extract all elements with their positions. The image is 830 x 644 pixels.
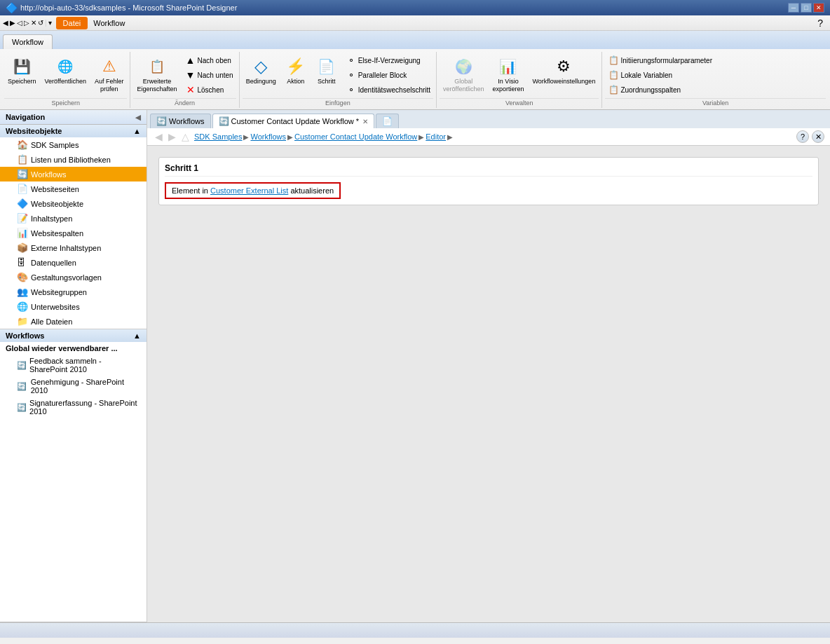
genehmigung-label: Genehmigung - SharePoint 2010 [31,378,141,395]
doc-tab-workflow-editor[interactable]: 🔄 Customer Contact Update Workflow * ✕ [212,114,375,128]
nav-feedback[interactable]: 🔄 Feedback sammeln - SharePoint 2010 [0,355,147,376]
doc-tab-unnamed[interactable]: 📄 [376,114,399,128]
websiteobjekte-header[interactable]: Websiteobjekte ▲ [0,125,147,137]
veroffentlichen-label: Veröffentlichen [45,78,86,85]
initialisierung-btn[interactable]: 📋 Initiierungsformularparameter [605,53,715,67]
identitat-label: Identitätswechselschritt [358,86,430,94]
nav-websitegruppen[interactable]: 👥 Websitegruppen [0,285,147,299]
aktion-btn[interactable]: ⚡ Aktion [281,53,311,88]
veroffentlichen-btn[interactable]: 🌐 Veröffentlichen [41,53,90,88]
breadcrumb-editor[interactable]: Editor [426,132,446,141]
nach-unten-icon: ▼ [185,69,196,81]
aktion-icon: ⚡ [285,55,307,78]
breadcrumb-up-btn: △ [179,130,191,143]
fehler-btn[interactable]: ⚠ Auf Fehlerprüfen [91,53,128,95]
lokale-btn[interactable]: 📋 Lokale Variablen [605,68,715,82]
initialisierung-icon: 📋 [608,55,619,66]
websitespalten-icon: 📊 [17,228,28,238]
nach-unten-btn[interactable]: ▼ Nach unten [182,68,236,82]
nav-alle-dateien[interactable]: 📁 Alle Dateien [0,314,147,329]
ribbon-content: 💾 Speichern 🌐 Veröffentlichen ⚠ Auf Fehl… [0,49,830,109]
breadcrumb-close-btn[interactable]: ✕ [812,130,824,143]
identitat-btn[interactable]: ⚬ Identitätswechselschritt [343,83,433,97]
websiteobjekte-label: Websiteobjekte [6,127,62,135]
workflows-tab-icon: 🔄 [156,116,167,126]
workflows-nav-header[interactable]: Workflows ▲ [0,329,147,342]
minimize-btn[interactable]: ─ [788,3,799,13]
workfloweinstellungen-btn[interactable]: ⚙ Workfloweinstellungen [529,53,599,88]
sdk-samples-label: SDK Samples [31,141,79,149]
bedingung-btn[interactable]: ◇ Bedingung [243,53,280,88]
step-action-text: Element in [172,186,208,195]
zuordnung-btn[interactable]: 📋 Zuordnungsspalten [605,83,715,97]
title-text: http://obpi-auto-33/sdksamples - Microso… [20,4,237,12]
breadcrumb-forward-btn: ▶ [166,130,178,143]
breadcrumb-workflow-name[interactable]: Customer Contact Update Workflow [294,132,417,141]
content-area: 🔄 Workflows 🔄 Customer Contact Update Wo… [147,110,830,622]
nav-sdk-samples[interactable]: 🏠 SDK Samples [0,137,147,152]
lokale-icon: 📋 [608,69,619,81]
breadcrumb-help-btn[interactable]: ? [796,130,809,143]
workflows-nav-collapse: ▲ [133,331,141,340]
help-btn[interactable]: ? [813,16,827,30]
nav-externe[interactable]: 📦 Externe Inhaltstypen [0,240,147,255]
fehler-label: Auf Fehlerprüfen [95,78,124,93]
nav-listen[interactable]: 📋 Listen und Bibliotheken [0,152,147,167]
nav-websiteobjekte[interactable]: 🔷 Websiteobjekte [0,196,147,211]
speichern-btn[interactable]: 💾 Speichern [4,53,40,88]
einfugen-buttons: ◇ Bedingung ⚡ Aktion 📄 Schritt ⚬ Else-If… [243,53,433,97]
breadcrumb-back-btn: ◀ [153,130,165,143]
global-subheader-label: Global wieder verwendbarer ... [6,344,118,352]
paralleler-btn[interactable]: ⚬ Paralleler Block [343,68,433,82]
close-btn[interactable]: ✕ [813,3,824,13]
status-bar [0,622,830,638]
step-action[interactable]: Element in Customer External List aktual… [165,182,341,199]
nav-inhaltstypen[interactable]: 📝 Inhaltstypen [0,211,147,226]
nav-workflows[interactable]: 🔄 Workflows [0,167,147,181]
verwalten-group-label: Verwalten [440,98,599,107]
schritt-btn[interactable]: 📄 Schritt [312,53,341,88]
nav-genehmigung[interactable]: 🔄 Genehmigung - SharePoint 2010 [0,376,147,397]
nav-websiteseiten[interactable]: 📄 Websiteseiten [0,181,147,196]
nav-global-subheader: Global wieder verwendbarer ... [0,342,147,355]
erweiterte-label: ErweiterteEigenschaften [137,78,177,93]
else-if-btn[interactable]: ⚬ Else-If-Verzweigung [343,53,433,67]
nav-signatur[interactable]: 🔄 Signaturerfassung - SharePoint 2010 [0,397,147,418]
andern-buttons: 📋 ErweiterteEigenschaften ▲ Nach oben ▼ … [133,53,236,97]
nach-unten-label: Nach unten [198,71,233,79]
nav-websitespalten[interactable]: 📊 Websitespalten [0,226,147,240]
workflow-editor-tab-close[interactable]: ✕ [362,118,368,125]
doc-tab-workflows[interactable]: 🔄 Workflows [150,114,211,128]
inhaltstypen-label: Inhaltstypen [31,214,72,223]
speichern-label: Speichern [8,78,36,85]
breadcrumb-workflows[interactable]: Workflows [250,132,286,141]
andern-group-label: Ändern [133,98,236,107]
erweiterte-btn[interactable]: 📋 ErweiterteEigenschaften [133,53,180,95]
genehmigung-icon: 🔄 [17,382,28,391]
nav-datenquellen[interactable]: 🗄 Datenquellen [0,255,147,270]
window-controls[interactable]: ─ □ ✕ [788,3,824,13]
restore-btn[interactable]: □ [801,3,812,13]
speichern-buttons: 💾 Speichern 🌐 Veröffentlichen ⚠ Auf Fehl… [4,53,127,97]
step-list-link[interactable]: Customer External List [210,186,288,195]
nav-collapse-arrow[interactable]: ◀ [135,114,141,121]
ribbon-tab-workflow[interactable]: Workflow [3,34,53,49]
app-body: Navigation ◀ Websiteobjekte ▲ 🏠 SDK Samp… [0,110,830,622]
menu-workflow[interactable]: Workflow [89,18,129,29]
menu-datei[interactable]: Datei [56,17,88,29]
inhaltstypen-icon: 📝 [17,213,28,224]
alle-dateien-icon: 📁 [17,316,28,327]
visio-btn[interactable]: 📊 In Visioexportieren [489,53,527,95]
andern-small-group: ▲ Nach oben ▼ Nach unten ✕ Löschen [182,53,236,97]
nach-oben-btn[interactable]: ▲ Nach oben [182,53,236,67]
nav-unterwebsites[interactable]: 🌐 Unterwebsites [0,299,147,314]
loschen-btn[interactable]: ✕ Löschen [182,83,236,97]
nav-gestaltungsvorlagen[interactable]: 🎨 Gestaltungsvorlagen [0,270,147,285]
menu-bar: ◀ ▶ ◁ ▷ ✕ ↺ | ▾ Datei Workflow ? [0,15,830,31]
breadcrumb-sdk-samples[interactable]: SDK Samples [194,132,242,141]
websitegruppen-icon: 👥 [17,287,28,297]
nach-oben-label: Nach oben [198,57,231,64]
zuordnung-label: Zuordnungsspalten [620,86,681,94]
ribbon: Workflow 💾 Speichern 🌐 Veröffentlichen ⚠… [0,31,830,110]
externe-icon: 📦 [17,242,28,253]
